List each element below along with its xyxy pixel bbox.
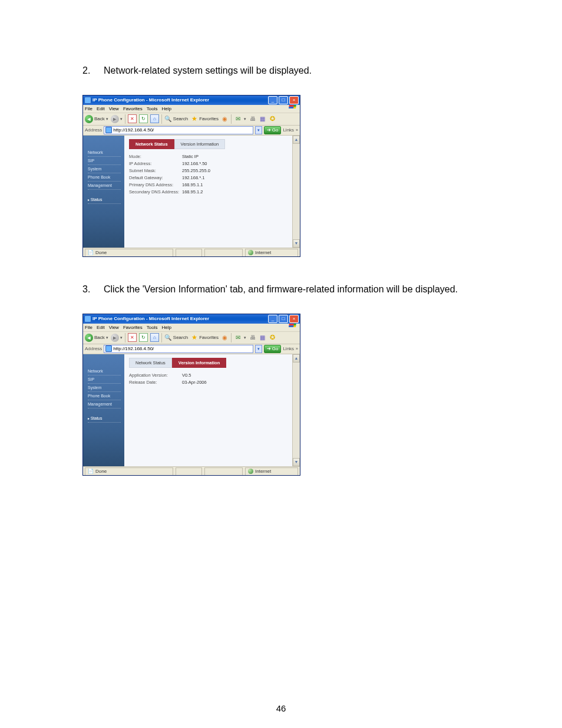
sidebar-item-sip[interactable]: SIP <box>88 157 121 165</box>
scroll-down-button[interactable]: ▼ <box>293 239 300 248</box>
tab-version-information[interactable]: Version Information <box>172 358 226 368</box>
internet-icon <box>248 250 253 255</box>
menu-help[interactable]: Help <box>161 106 171 111</box>
back-button[interactable]: ◄Back▾ <box>85 334 108 342</box>
media-button[interactable]: ◉ <box>221 115 229 123</box>
sidebar-item-phonebook[interactable]: Phone Book <box>88 173 121 182</box>
print-button[interactable]: 🖶 <box>249 334 256 341</box>
minimize-button[interactable]: _ <box>268 96 277 104</box>
status-zone: Internet <box>245 467 298 476</box>
status-text: 📄Done <box>85 467 173 476</box>
internet-icon <box>248 469 253 474</box>
address-label: Address <box>85 127 102 133</box>
ie-icon <box>84 97 91 104</box>
scroll-up-button[interactable]: ▲ <box>293 136 300 144</box>
sidebar-item-network[interactable]: Network <box>88 367 121 375</box>
menu-favorites[interactable]: Favorites <box>123 325 143 330</box>
menu-tools[interactable]: Tools <box>147 325 158 330</box>
row-label: Release Date: <box>129 380 182 385</box>
close-button[interactable]: × <box>289 96 299 104</box>
status-progress <box>204 249 243 257</box>
refresh-button[interactable]: ↻ <box>139 333 148 342</box>
page-icon <box>105 127 112 133</box>
mail-button[interactable]: ✉ <box>234 115 242 123</box>
address-dropdown[interactable]: ▾ <box>255 345 262 353</box>
address-bar-row: Address http://192.168.4.50/ ▾ ➔ Go Link… <box>83 126 300 136</box>
vertical-scrollbar[interactable]: ▲ ▼ <box>292 354 300 466</box>
step-2-text: Network-related system settings will be … <box>104 65 491 77</box>
stop-button[interactable]: ✕ <box>128 333 137 342</box>
sidebar-item-system[interactable]: System <box>88 384 121 392</box>
address-url: http://192.168.4.50/ <box>113 127 251 133</box>
sidebar-item-status[interactable]: Status <box>88 196 121 204</box>
sidebar-item-phonebook[interactable]: Phone Book <box>88 392 121 400</box>
tab-network-status[interactable]: Network Status <box>129 139 174 149</box>
row-label: Secondary DNS Address: <box>129 189 182 195</box>
menu-tools[interactable]: Tools <box>147 106 158 111</box>
status-bar: 📄Done Internet <box>83 248 300 257</box>
links-label[interactable]: Links <box>283 346 294 351</box>
tab-version-information[interactable]: Version Information <box>174 139 226 149</box>
scroll-down-button[interactable]: ▼ <box>293 458 300 466</box>
sidebar-item-management[interactable]: Management <box>88 400 121 409</box>
menu-edit[interactable]: Edit <box>97 325 105 330</box>
address-dropdown[interactable]: ▾ <box>255 126 262 134</box>
close-button[interactable]: × <box>289 315 299 323</box>
row-label: Application Version: <box>129 373 182 378</box>
tabs: Network Status Version Information <box>129 139 287 149</box>
maximize-button[interactable]: □ <box>279 315 288 323</box>
search-button[interactable]: 🔍Search <box>164 334 188 341</box>
search-button[interactable]: 🔍Search <box>164 115 188 123</box>
row-value: Static IP <box>182 154 287 159</box>
toolbar: ◄Back▾ ►▾ ✕ ↻ ⌂ 🔍Search ★Favorites ◉ ✉▾ … <box>83 332 300 344</box>
sidebar-item-management[interactable]: Management <box>88 182 121 190</box>
sidebar-item-system[interactable]: System <box>88 165 121 173</box>
menu-view[interactable]: View <box>109 106 119 111</box>
stop-button[interactable]: ✕ <box>128 114 137 123</box>
sidebar-item-sip[interactable]: SIP <box>88 375 121 384</box>
main-panel: Network Status Version Information Appli… <box>124 354 292 466</box>
status-table: Mode:Static IP IP Address:192.168.*.50 S… <box>129 154 287 195</box>
home-button[interactable]: ⌂ <box>150 333 159 342</box>
back-button[interactable]: ◄Back▾ <box>85 115 108 123</box>
messenger-button[interactable]: ✪ <box>269 115 276 123</box>
favorites-button[interactable]: ★Favorites <box>190 334 219 341</box>
scroll-up-button[interactable]: ▲ <box>293 354 300 363</box>
menu-edit[interactable]: Edit <box>97 106 105 111</box>
minimize-button[interactable]: _ <box>268 315 277 323</box>
row-label: Subnet Mask: <box>129 168 182 173</box>
star-icon: ★ <box>190 334 198 341</box>
favorites-button[interactable]: ★Favorites <box>190 115 219 123</box>
links-label[interactable]: Links <box>283 127 294 133</box>
media-button[interactable]: ◉ <box>221 334 229 341</box>
maximize-button[interactable]: □ <box>279 96 288 104</box>
window-title: IP Phone Configuration - Microsoft Inter… <box>92 316 267 321</box>
tab-network-status[interactable]: Network Status <box>129 358 172 368</box>
address-input[interactable]: http://192.168.4.50/ <box>104 126 253 134</box>
mail-button[interactable]: ✉ <box>234 334 242 341</box>
sidebar-item-network[interactable]: Network <box>88 149 121 157</box>
done-icon: 📄 <box>88 250 94 255</box>
forward-button[interactable]: ►▾ <box>111 334 123 342</box>
go-button[interactable]: ➔ Go <box>264 345 282 353</box>
home-button[interactable]: ⌂ <box>150 114 159 123</box>
sidebar-item-status[interactable]: Status <box>88 414 121 423</box>
star-icon: ★ <box>190 115 198 123</box>
menu-view[interactable]: View <box>109 325 119 330</box>
address-input[interactable]: http://192.168.4.50/ <box>104 345 253 353</box>
messenger-button[interactable]: ✪ <box>269 334 276 341</box>
discuss-button[interactable]: ▦ <box>259 334 266 341</box>
forward-button[interactable]: ►▾ <box>111 115 123 123</box>
row-value: 03-Apr-2006 <box>182 380 287 385</box>
go-button[interactable]: ➔ Go <box>264 126 282 134</box>
vertical-scrollbar[interactable]: ▲ ▼ <box>292 136 300 248</box>
discuss-button[interactable]: ▦ <box>259 115 266 123</box>
print-button[interactable]: 🖶 <box>249 115 256 123</box>
menu-file[interactable]: File <box>85 325 92 330</box>
menu-file[interactable]: File <box>85 106 92 111</box>
refresh-button[interactable]: ↻ <box>139 114 148 123</box>
menu-help[interactable]: Help <box>161 325 171 330</box>
menu-favorites[interactable]: Favorites <box>123 106 143 111</box>
row-value: 168.95.1.2 <box>182 189 287 195</box>
step-3: 3. Click the 'Version Information' tab, … <box>82 284 491 296</box>
